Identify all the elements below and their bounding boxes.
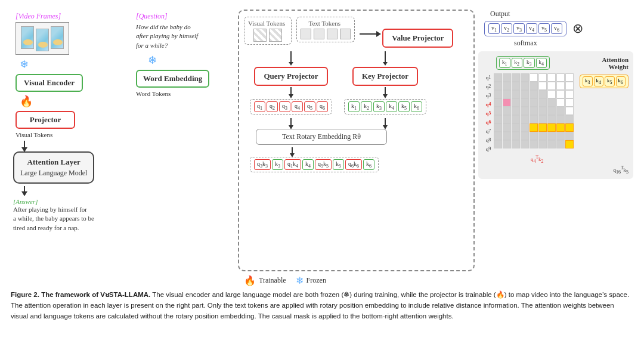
- attention-weight-area: k1 k2 k3 k4 q1 q2 q3: [478, 51, 633, 179]
- q2-token: q2: [267, 101, 278, 112]
- v6-token: v6: [551, 23, 562, 34]
- dashed-outer-box: Visual Tokens Text Tokens: [238, 10, 475, 271]
- row-label-q3: q3: [483, 91, 494, 100]
- visual-tokens-group: Visual Tokens: [244, 17, 292, 45]
- output-label: Output: [490, 10, 633, 18]
- snowflake-icon-visual: ❄: [20, 58, 29, 71]
- k2-token: k2: [361, 101, 372, 112]
- rotary-box: Text Rotary Embedding Rθ: [256, 129, 387, 145]
- figure-number: Figure 2.: [11, 291, 39, 298]
- q3k3-token: q3k3: [254, 159, 271, 170]
- text-token-cell-4: [340, 29, 351, 39]
- v4-token: v4: [526, 23, 537, 34]
- q-tokens-row: q1 q2 q3 q4 q5 q6: [250, 99, 332, 114]
- row-label-q6: q6: [483, 118, 494, 126]
- video-frame-1: [21, 26, 34, 49]
- v2-token: v2: [501, 23, 512, 34]
- attention-weight-title: Attention Weight: [602, 56, 628, 70]
- question-label: [Question]: [136, 12, 168, 21]
- video-frames-label: [Video Frames]: [16, 12, 61, 21]
- snowflake-icon-word: ❄: [148, 54, 157, 67]
- q1-token: q1: [254, 101, 265, 112]
- q6-token: q6: [317, 101, 328, 112]
- legend-row: 🔥 Trainable ❄ Frozen: [238, 275, 475, 286]
- k1-token: k1: [348, 101, 360, 112]
- q1k4-token: q1k4: [284, 159, 301, 170]
- caption-bold-part: The framework of VᴚSTA-LLAMA.: [41, 291, 150, 298]
- video-frames-box: [16, 22, 69, 55]
- word-tokens-label: Word Tokens: [136, 90, 171, 97]
- k1-k4-highlight: k1 k2 k3 k4: [496, 56, 550, 70]
- q16-k5-label: q16Tk5: [483, 165, 628, 175]
- answer-label: [Answer]: [13, 198, 38, 205]
- visual-token-cell-1: [253, 29, 267, 42]
- otimes-symbol: ⊗: [572, 21, 583, 36]
- word-embedding-box: Word Embedding: [136, 70, 209, 88]
- question-text: How did the baby do after playing by him…: [136, 23, 198, 50]
- k4-bottom-token: k4: [302, 159, 314, 170]
- key-projector-box: Key Projector: [352, 67, 418, 86]
- q4-token: q4: [292, 101, 303, 112]
- attention-grid: [494, 73, 574, 148]
- k6-bottom-token: k6: [363, 159, 374, 170]
- v-tokens-row: v1 v2 v3 v4 v5 v6 ⊗: [484, 21, 633, 36]
- visual-encoder-box: Visual Encoder: [16, 74, 83, 92]
- k5-bottom-token: k5: [333, 159, 344, 170]
- v3-token: v3: [513, 23, 525, 34]
- visual-token-cell-2: [269, 29, 282, 42]
- q3-token: q3: [279, 101, 290, 112]
- k3-k6-yellow: k3 k4 k5 k6: [580, 75, 628, 88]
- k5-token: k5: [398, 101, 410, 112]
- middle-left-panel: [Question] How did the baby do after pla…: [130, 6, 234, 286]
- fire-icon-legend: 🔥: [244, 275, 256, 286]
- value-projector-box: Value Projector: [382, 29, 453, 48]
- row-label-q9: q9: [483, 145, 494, 153]
- diagram-area: [Video Frames] ❄ Visual Encoder 🔥 Projec…: [11, 6, 633, 286]
- bottom-tokens-row: q3k3 k3 q1k4 k4 q5k5 k5 q6k6 k6: [250, 157, 469, 172]
- text-tokens-box-label: Text Tokens: [308, 20, 340, 27]
- middle-panel: Visual Tokens Text Tokens: [234, 6, 478, 286]
- visual-tokens-box-label: Visual Tokens: [248, 20, 285, 27]
- caption-area: Figure 2. The framework of VᴚSTA-LLAMA. …: [11, 286, 633, 321]
- query-branch: Query Projector q1 q2 q3 q4: [250, 51, 332, 126]
- key-branch: Key Projector k1 k2 k3 k4: [344, 51, 426, 126]
- k-tokens-row: k1 k2 k3 k4 k5 k6: [344, 99, 426, 114]
- projector-box: Projector: [16, 111, 75, 129]
- k4-token: k4: [386, 101, 397, 112]
- q6k6-token: q6k6: [345, 159, 362, 170]
- k3-bottom-token: k3: [272, 159, 283, 170]
- video-frame-2: [36, 29, 49, 51]
- row-label-q5: q5: [483, 109, 494, 117]
- video-frame-3: [51, 26, 64, 49]
- k6-token: k6: [411, 101, 422, 112]
- row-label-q7: q7: [483, 127, 494, 135]
- fire-icon-projector: 🔥: [20, 95, 33, 108]
- text-token-cell-3: [327, 29, 338, 39]
- text-tokens-group: Text Tokens: [296, 17, 355, 42]
- snowflake-icon-legend: ❄: [296, 275, 304, 286]
- left-panel: [Video Frames] ❄ Visual Encoder 🔥 Projec…: [11, 6, 130, 286]
- q4-k2-label: q4Tk2: [531, 154, 628, 164]
- v5-token: v5: [538, 23, 550, 34]
- softmax-label: softmax: [514, 39, 633, 48]
- query-projector-box: Query Projector: [254, 67, 327, 86]
- q5k5-token: q5k5: [315, 159, 332, 170]
- text-token-cell-2: [314, 29, 324, 39]
- row-label-q4: q4: [483, 100, 494, 109]
- k3-token: k3: [373, 101, 385, 112]
- trainable-label: Trainable: [259, 276, 286, 285]
- visual-tokens-label: Visual Tokens: [16, 131, 52, 138]
- row-label-q1: q1: [483, 73, 494, 82]
- row-label-q8: q8: [483, 136, 494, 144]
- v1-token: v1: [488, 23, 500, 34]
- frozen-label: Frozen: [306, 276, 326, 285]
- q5-token: q5: [304, 101, 315, 112]
- attention-llm-box: Attention Layer Large Language Model: [13, 151, 94, 184]
- right-panel: Output v1 v2 v3 v4 v5 v6 ⊗ softmax: [478, 6, 633, 286]
- row-label-q2: q2: [483, 82, 494, 91]
- main-container: [Video Frames] ❄ Visual Encoder 🔥 Projec…: [0, 0, 644, 353]
- answer-body: After playing by himself for a while, th…: [13, 205, 94, 233]
- text-token-cell-1: [301, 29, 311, 39]
